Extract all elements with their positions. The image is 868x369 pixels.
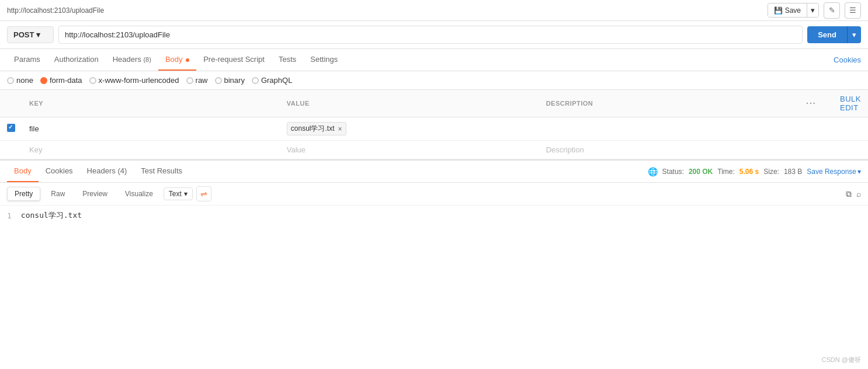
save-dropdown-button[interactable]: ▾ (807, 4, 818, 17)
response-tab-headers[interactable]: Headers (4) (80, 161, 134, 182)
window-url: http://localhost:2103/uploadFile (7, 6, 104, 15)
send-chevron-icon: ▾ (852, 30, 856, 39)
tab-settings[interactable]: Settings (303, 49, 345, 71)
chevron-down-icon: ▾ (811, 6, 815, 15)
format-left: Pretty Raw Preview Visualize Text ▾ ⇌ (7, 186, 211, 201)
kv-table: KEY VALUE DESCRIPTION ··· Bulk Edit file (0, 90, 868, 159)
edit-icon: ✎ (829, 6, 835, 15)
title-bar-actions: 💾 Save ▾ ✎ ☰ (768, 2, 861, 19)
send-dropdown-button[interactable]: ▾ (847, 26, 861, 43)
row-key-text: file (29, 124, 39, 133)
response-section: Body Cookies Headers (4) Test Results 🌐 … (0, 159, 868, 262)
response-tab-body[interactable]: Body (7, 161, 39, 182)
radio-form-data[interactable]: form-data (40, 76, 82, 85)
note-icon: ☰ (849, 6, 856, 15)
size-label: Size: (763, 168, 779, 176)
col-key: KEY (22, 90, 280, 117)
format-raw-button[interactable]: Raw (44, 187, 72, 200)
empty-checkbox-cell (0, 141, 22, 159)
three-dots-icon[interactable]: ··· (806, 99, 817, 108)
empty-extra-cell (833, 141, 868, 159)
search-response-icon[interactable]: ⌕ (856, 189, 861, 199)
col-bulk-edit: Bulk Edit (833, 90, 868, 117)
response-tab-cookies[interactable]: Cookies (39, 161, 80, 182)
col-description: DESCRIPTION (539, 90, 799, 117)
time-label: Time: (717, 168, 735, 176)
table-row-empty: Key Value Description (0, 141, 868, 159)
tab-pre-request[interactable]: Pre-request Script (196, 49, 272, 71)
col-actions: ··· (799, 90, 833, 117)
radio-graphql[interactable]: GraphQL (252, 76, 292, 85)
empty-actions-cell (799, 141, 833, 159)
radio-binary[interactable]: binary (215, 76, 245, 85)
wrap-button[interactable]: ⇌ (196, 186, 211, 201)
status-label: Status: (662, 168, 684, 176)
row-desc-cell[interactable] (539, 117, 799, 141)
send-main-button[interactable]: Send (807, 26, 847, 43)
copy-icon[interactable]: ⧉ (846, 189, 852, 199)
tab-params[interactable]: Params (7, 49, 47, 71)
row-actions-cell (799, 117, 833, 141)
note-button[interactable]: ☰ (845, 2, 861, 19)
method-select[interactable]: POST ▾ (7, 26, 54, 43)
wrap-icon: ⇌ (200, 189, 207, 199)
url-input[interactable] (58, 26, 803, 44)
format-preview-button[interactable]: Preview (75, 187, 114, 200)
globe-icon: 🌐 (648, 167, 658, 176)
row-key-cell: file (22, 117, 280, 141)
time-value: 5.06 s (739, 168, 759, 176)
format-pretty-button[interactable]: Pretty (7, 187, 40, 201)
radio-urlencoded[interactable]: x-www-form-urlencoded (89, 76, 179, 85)
response-meta: 🌐 Status: 200 OK Time: 5.06 s Size: 183 … (648, 167, 861, 176)
watermark: CSDN @傻呀 (822, 356, 861, 364)
radio-none[interactable]: none (7, 76, 33, 85)
table-row: file consul学习.txt × (0, 117, 868, 141)
file-tag: consul学习.txt × (287, 122, 346, 135)
save-response-button[interactable]: Save Response ▾ (807, 168, 861, 176)
size-value: 183 B (784, 168, 802, 176)
empty-key-cell[interactable]: Key (22, 141, 280, 159)
tabs-left: Params Authorization Headers (8) Body Pr… (7, 49, 345, 71)
request-tabs: Params Authorization Headers (8) Body Pr… (0, 49, 868, 71)
body-active-dot (186, 58, 189, 62)
cookies-link[interactable]: Cookies (834, 50, 861, 70)
save-button-group[interactable]: 💾 Save ▾ (768, 3, 819, 18)
response-line-1: 1 consul学习.txt (7, 210, 861, 221)
row-value-cell: consul学习.txt × (280, 117, 539, 141)
radio-graphql-circle (252, 77, 259, 84)
text-format-arrow: ▾ (184, 190, 188, 198)
radio-raw[interactable]: raw (186, 76, 208, 85)
line-number: 1 (7, 211, 12, 220)
edit-button[interactable]: ✎ (824, 2, 840, 19)
format-bar: Pretty Raw Preview Visualize Text ▾ ⇌ ⧉ … (0, 183, 868, 206)
file-remove-button[interactable]: × (338, 125, 342, 133)
col-value: VALUE (280, 90, 539, 117)
format-visualize-button[interactable]: Visualize (118, 187, 160, 200)
response-tab-test-results[interactable]: Test Results (134, 161, 189, 182)
send-button-group[interactable]: Send ▾ (807, 26, 861, 43)
empty-desc-cell[interactable]: Description (539, 141, 799, 159)
tab-tests[interactable]: Tests (272, 49, 303, 71)
empty-value-cell[interactable]: Value (280, 141, 539, 159)
method-arrow: ▾ (36, 30, 40, 39)
radio-none-circle (7, 77, 14, 84)
text-format-dropdown[interactable]: Text ▾ (164, 187, 193, 200)
empty-value-placeholder: Value (287, 145, 305, 154)
kv-table-container: KEY VALUE DESCRIPTION ··· Bulk Edit file (0, 90, 868, 159)
bulk-edit-button[interactable]: Bulk Edit (840, 95, 861, 112)
file-name: consul学习.txt (291, 124, 335, 134)
row-checkbox-cell (0, 117, 22, 141)
response-tabs: Body Cookies Headers (4) Test Results (7, 161, 189, 182)
tab-authorization[interactable]: Authorization (47, 49, 106, 71)
empty-desc-placeholder: Description (546, 145, 584, 154)
save-response-arrow: ▾ (857, 168, 861, 176)
url-bar: POST ▾ Send ▾ (0, 21, 868, 49)
radio-binary-circle (215, 77, 222, 84)
tab-body[interactable]: Body (158, 49, 196, 71)
tab-headers[interactable]: Headers (8) (106, 49, 158, 71)
col-checkbox (0, 90, 22, 117)
format-right: ⧉ ⌕ (846, 189, 861, 199)
title-bar: http://localhost:2103/uploadFile 💾 Save … (0, 0, 868, 21)
save-main-button[interactable]: 💾 Save (768, 4, 807, 17)
row-checkbox[interactable] (7, 124, 15, 132)
